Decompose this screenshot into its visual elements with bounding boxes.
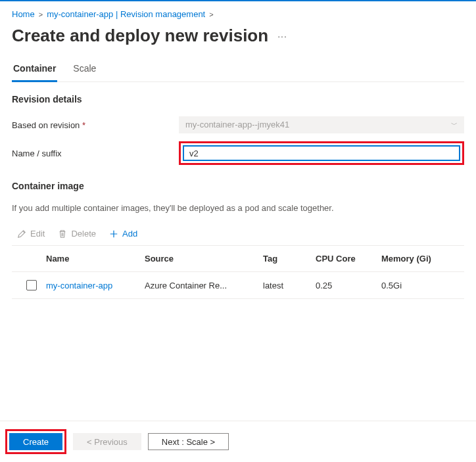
edit-button: Edit [12,226,50,241]
chevron-right-icon: > [39,11,43,18]
based-on-label: Based on revision * [12,120,179,130]
container-image-hint: If you add multiple container images, th… [12,199,464,222]
chevron-down-icon: ﹀ [451,116,458,133]
row-checkbox[interactable] [26,280,37,290]
name-suffix-label: Name / suffix [12,149,179,158]
breadcrumb-home[interactable]: Home [12,9,35,19]
container-table: Name Source Tag CPU Core Memory (Gi) my-… [12,245,464,299]
col-name: Name [46,254,145,264]
add-button[interactable]: Add [104,226,143,241]
create-button[interactable]: Create [9,433,62,450]
create-highlight: Create [5,429,66,454]
delete-label: Delete [71,229,96,239]
next-button[interactable]: Next : Scale > [148,433,229,450]
previous-button: < Previous [73,433,141,450]
table-row: my-container-app Azure Container Re... l… [12,272,464,299]
revision-details-heading: Revision details [12,94,464,112]
row-mem: 0.5Gi [381,281,459,290]
breadcrumb-app[interactable]: my-container-app | Revision management [47,9,205,19]
tab-container[interactable]: Container [12,63,57,82]
more-icon[interactable]: ··· [277,31,287,41]
based-on-value: my-container-app--jmyek41 [185,116,289,133]
breadcrumb: Home > my-container-app | Revision manag… [12,7,464,24]
row-cpu: 0.25 [316,281,381,290]
pencil-icon [17,229,26,239]
page-title: Create and deploy new revision [12,26,268,46]
tab-scale[interactable]: Scale [72,63,97,82]
image-toolbar: Edit Delete Add [12,222,464,245]
plus-icon [109,229,118,239]
based-on-select[interactable]: my-container-app--jmyek41 ﹀ [179,116,464,133]
col-mem: Memory (Gi) [381,254,459,264]
col-tag: Tag [263,254,316,264]
name-suffix-input[interactable] [183,145,460,161]
edit-label: Edit [30,229,45,239]
footer-bar: Create < Previous Next : Scale > [0,421,476,462]
row-source: Azure Container Re... [145,281,263,290]
row-name-link[interactable]: my-container-app [46,281,145,290]
container-image-heading: Container image [12,181,464,199]
tab-bar: Container Scale [12,63,464,82]
col-cpu: CPU Core [316,254,381,264]
delete-button: Delete [53,226,101,241]
col-source: Source [145,254,263,264]
trash-icon [58,229,67,239]
add-label: Add [122,229,137,239]
table-header: Name Source Tag CPU Core Memory (Gi) [12,246,464,272]
chevron-right-icon: > [209,11,213,18]
row-tag: latest [263,281,316,290]
name-suffix-highlight [179,141,464,165]
